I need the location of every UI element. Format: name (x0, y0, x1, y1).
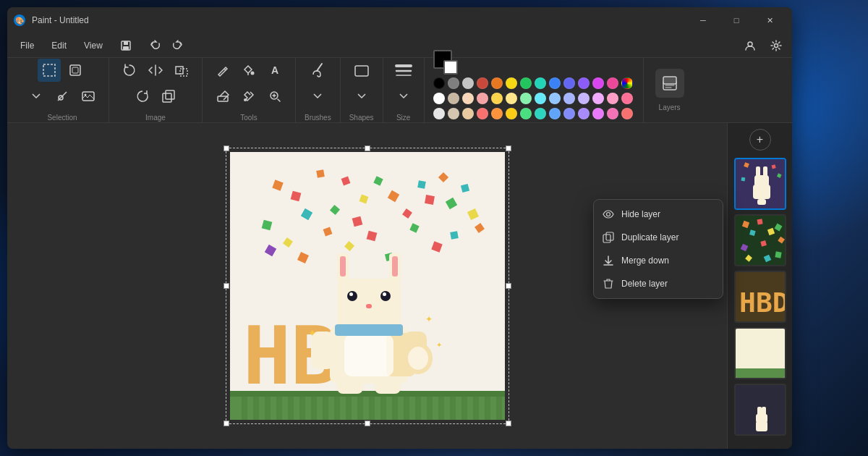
eraser-tool[interactable] (211, 85, 234, 108)
handle-top-mid[interactable] (365, 145, 370, 151)
select-free-tool[interactable] (64, 59, 87, 82)
redo-button[interactable] (168, 35, 188, 56)
layers-toggle-button[interactable]: Layers (644, 58, 696, 122)
painting-svg: HBD (230, 152, 505, 420)
brushes-dropdown[interactable] (306, 85, 329, 108)
handle-bot-mid[interactable] (365, 421, 370, 426)
flip-tool[interactable] (144, 59, 167, 82)
text-tool[interactable]: A (263, 59, 286, 82)
color-amber[interactable] (491, 93, 503, 104)
color-lightred[interactable] (477, 93, 488, 104)
shapes-dropdown[interactable] (350, 85, 373, 108)
secondary-color-swatch[interactable] (443, 60, 458, 75)
color-lime[interactable] (520, 108, 532, 119)
delete-layer-label: Delete layer (621, 279, 668, 289)
pencil-tool[interactable] (211, 59, 234, 82)
color-red[interactable] (477, 77, 488, 89)
color-lightpink[interactable] (607, 93, 618, 104)
menu-file[interactable]: File (13, 38, 41, 54)
color-orchid[interactable] (592, 108, 604, 119)
color-sand[interactable] (448, 108, 459, 119)
handle-bot-right[interactable] (506, 421, 511, 426)
color-pink[interactable] (607, 77, 618, 89)
color-aqua[interactable] (535, 108, 546, 119)
handle-bot-left[interactable] (224, 421, 229, 426)
minimize-button[interactable]: ─ (686, 7, 720, 33)
save-button[interactable] (116, 35, 136, 56)
handle-mid-left[interactable] (224, 283, 229, 289)
settings-button[interactable] (766, 35, 786, 56)
color-lightcyan[interactable] (535, 93, 546, 104)
menu-view[interactable]: View (77, 38, 110, 54)
add-layer-button[interactable]: + (749, 129, 771, 151)
color-green[interactable] (520, 77, 532, 89)
handle-mid-right[interactable] (506, 283, 511, 289)
menu-edit[interactable]: Edit (44, 38, 74, 54)
close-button[interactable]: ✕ (753, 7, 786, 33)
merge-down-item[interactable]: Merge down (594, 249, 723, 272)
layer-arrange-tool[interactable] (157, 85, 180, 108)
size-dropdown[interactable] (392, 85, 415, 108)
layer-thumb-3[interactable]: HBD (734, 271, 786, 323)
layer-thumb-5[interactable] (734, 384, 786, 436)
color-lightgray[interactable] (462, 77, 474, 89)
color-lavender[interactable] (563, 93, 575, 104)
color-lightviolet[interactable] (578, 93, 590, 104)
layer-thumb-1[interactable] (734, 158, 786, 210)
select-rect-tool[interactable] (38, 59, 61, 82)
color-skyblue[interactable] (549, 108, 561, 119)
svg-rect-139 (606, 232, 613, 240)
color-lightblue[interactable] (549, 93, 561, 104)
color-gray[interactable] (448, 77, 459, 89)
color-lightgreen[interactable] (520, 93, 532, 104)
duplicate-layer-item[interactable]: Duplicate layer (594, 226, 723, 249)
brush-tool[interactable] (306, 59, 329, 82)
color-lightyellow[interactable] (506, 93, 517, 104)
size-tool[interactable] (392, 59, 415, 82)
color-salmon[interactable] (477, 108, 488, 119)
account-button[interactable] (740, 35, 760, 56)
color-wheat[interactable] (462, 108, 474, 119)
color-white[interactable] (433, 93, 445, 104)
color-tan[interactable] (448, 93, 459, 104)
image-resize-tool[interactable] (170, 59, 193, 82)
color-lightfuchsia[interactable] (592, 93, 604, 104)
shapes-tool[interactable] (350, 59, 373, 82)
svg-rect-48 (450, 391, 456, 420)
handle-top-right[interactable] (506, 145, 511, 151)
layer-thumb-2[interactable] (734, 214, 786, 266)
rotate2-tool[interactable] (131, 85, 154, 108)
zoom-tool[interactable] (263, 85, 286, 108)
magic-select-tool[interactable] (51, 85, 74, 108)
layer-thumb-4[interactable] (734, 327, 786, 379)
fill-tool[interactable] (237, 59, 260, 82)
undo-button[interactable] (145, 35, 165, 56)
delete-layer-item[interactable]: Delete layer (594, 272, 723, 295)
select-dropdown[interactable] (25, 85, 48, 108)
color-teal[interactable] (535, 77, 546, 89)
color-silver[interactable] (433, 108, 445, 119)
handle-top-left[interactable] (224, 145, 229, 151)
color-yellow[interactable] (506, 77, 517, 89)
color-periwinkle[interactable] (563, 108, 575, 119)
color-rainbow[interactable] (621, 77, 633, 89)
color-blue[interactable] (549, 77, 561, 89)
color-lighttomato[interactable] (621, 93, 633, 104)
color-coral[interactable] (491, 108, 503, 119)
hide-layer-item[interactable]: Hide layer (594, 203, 723, 226)
color-mauve[interactable] (578, 108, 590, 119)
svg-rect-98 (337, 376, 363, 394)
color-hotpink[interactable] (607, 108, 618, 119)
color-violet[interactable] (578, 77, 590, 89)
maximize-button[interactable]: □ (720, 7, 753, 33)
color-fuchsia[interactable] (592, 77, 604, 89)
color-gold[interactable] (506, 108, 517, 119)
color-tomato[interactable] (621, 108, 633, 119)
rotate-tool[interactable] (118, 59, 141, 82)
image-tool[interactable] (77, 85, 100, 108)
color-black[interactable] (433, 77, 445, 89)
color-peach[interactable] (462, 93, 474, 104)
eyedropper-tool[interactable] (237, 85, 260, 108)
color-indigo[interactable] (563, 77, 575, 89)
color-orange[interactable] (491, 77, 503, 89)
